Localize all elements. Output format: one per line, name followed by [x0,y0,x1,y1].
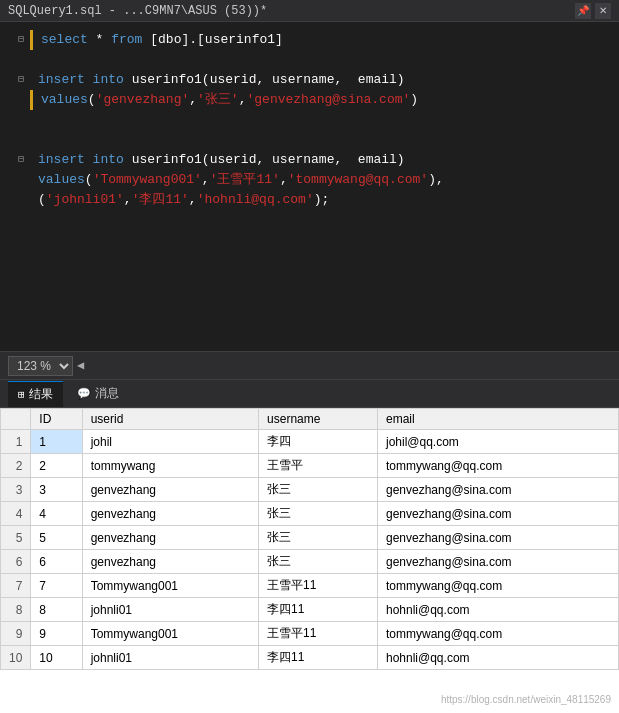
table-row[interactable]: 88johnli01李四11hohnli@qq.com [1,598,619,622]
table-cell: johnli01 [82,598,258,622]
collapse-btn-1[interactable]: ⊟ [14,30,24,50]
table-row[interactable]: 33genvezhang张三genvezhang@sina.com [1,478,619,502]
table-cell: 4 [31,502,82,526]
code-editor: ⊟ select * from [dbo].[userinfo1] ⊟ inse… [0,22,619,352]
table-cell: genvezhang@sina.com [377,478,618,502]
table-row[interactable]: 11johil李四johil@qq.com [1,430,619,454]
code-content-7[interactable]: insert into userinfo1(userid, username, … [30,150,619,170]
row-number: 8 [1,598,31,622]
code-line-4: values('genvezhang','张三','genvezhang@sin… [0,90,619,110]
code-content-2 [30,50,619,70]
col-header-username: username [259,409,378,430]
title-bar: SQLQuery1.sql - ...C9MN7\ASUS (53))* 📌 ✕ [0,0,619,22]
messages-icon: 💬 [77,387,91,400]
table-cell: genvezhang [82,550,258,574]
table-cell: 王雪平11 [259,622,378,646]
table-cell: Tommywang001 [82,574,258,598]
title-bar-text: SQLQuery1.sql - ...C9MN7\ASUS (53))* [8,4,575,18]
col-header-rownum [1,409,31,430]
table-cell: 张三 [259,478,378,502]
zoom-bar: 123 % 100 % 75 % ◀ [0,352,619,380]
table-cell: tommywang@qq.com [377,622,618,646]
table-cell: 2 [31,454,82,478]
row-number: 5 [1,526,31,550]
table-row[interactable]: 99Tommywang001王雪平11tommywang@qq.com [1,622,619,646]
code-line-2 [0,50,619,70]
col-header-email: email [377,409,618,430]
collapse-btn-3[interactable]: ⊟ [14,70,24,90]
code-line-1: ⊟ select * from [dbo].[userinfo1] [0,30,619,50]
table-cell: 7 [31,574,82,598]
table-header-row: ID userid username email [1,409,619,430]
row-number: 9 [1,622,31,646]
code-content-4[interactable]: values('genvezhang','张三','genvezhang@sin… [33,90,619,110]
table-cell: hohnli@qq.com [377,646,618,670]
tab-messages[interactable]: 💬 消息 [67,381,129,406]
code-content-1[interactable]: select * from [dbo].[userinfo1] [33,30,619,50]
table-row[interactable]: 77Tommywang001王雪平11tommywang@qq.com [1,574,619,598]
table-cell: 王雪平11 [259,574,378,598]
table-row[interactable]: 66genvezhang张三genvezhang@sina.com [1,550,619,574]
table-cell: Tommywang001 [82,622,258,646]
code-content-5 [30,110,619,130]
row-number: 7 [1,574,31,598]
table-cell: tommywang@qq.com [377,574,618,598]
table-row[interactable]: 55genvezhang张三genvezhang@sina.com [1,526,619,550]
tab-results[interactable]: ⊞ 结果 [8,381,63,407]
table-cell: genvezhang [82,502,258,526]
pin-button[interactable]: 📌 [575,3,591,19]
code-line-8: values('Tommywang001','王雪平11','tommywang… [0,170,619,190]
table-cell: 张三 [259,550,378,574]
collapse-btn-7[interactable]: ⊟ [14,150,24,170]
row-number: 10 [1,646,31,670]
code-line-3: ⊟ insert into userinfo1(userid, username… [0,70,619,90]
table-cell: 王雪平 [259,454,378,478]
code-content-8[interactable]: values('Tommywang001','王雪平11','tommywang… [30,170,619,190]
table-cell: 李四11 [259,598,378,622]
table-cell: 李四 [259,430,378,454]
scroll-left-arrow[interactable]: ◀ [77,358,84,373]
code-line-6 [0,130,619,150]
row-number: 1 [1,430,31,454]
table-cell: 9 [31,622,82,646]
table-cell: 6 [31,550,82,574]
line-gutter-3: ⊟ [0,70,30,90]
table-cell: hohnli@qq.com [377,598,618,622]
zoom-select[interactable]: 123 % 100 % 75 % [8,356,73,376]
table-row[interactable]: 1010johnli01李四11hohnli@qq.com [1,646,619,670]
table-cell: johil [82,430,258,454]
code-line-9: ('johnli01','李四11','hohnli@qq.com'); [0,190,619,210]
code-content-9[interactable]: ('johnli01','李四11','hohnli@qq.com'); [30,190,619,210]
col-header-userid: userid [82,409,258,430]
table-cell: johnli01 [82,646,258,670]
table-cell: genvezhang@sina.com [377,526,618,550]
table-cell: 张三 [259,526,378,550]
table-cell: tommywang@qq.com [377,454,618,478]
tabs-bar: ⊞ 结果 💬 消息 [0,380,619,408]
line-gutter-7: ⊟ [0,150,30,170]
table-row[interactable]: 44genvezhang张三genvezhang@sina.com [1,502,619,526]
tab-messages-label: 消息 [95,385,119,402]
table-cell: 张三 [259,502,378,526]
row-number: 2 [1,454,31,478]
row-number: 6 [1,550,31,574]
code-line-7: ⊟ insert into userinfo1(userid, username… [0,150,619,170]
watermark: https://blog.csdn.net/weixin_48115269 [441,694,611,705]
tab-results-label: 结果 [29,386,53,403]
close-button[interactable]: ✕ [595,3,611,19]
col-header-id: ID [31,409,82,430]
table-cell: genvezhang@sina.com [377,502,618,526]
table-cell: 5 [31,526,82,550]
code-content-6 [30,130,619,150]
table-cell: 10 [31,646,82,670]
table-cell: genvezhang [82,526,258,550]
table-cell: 3 [31,478,82,502]
row-number: 4 [1,502,31,526]
code-content-3[interactable]: insert into userinfo1(userid, username, … [30,70,619,90]
table-row[interactable]: 22tommywang王雪平tommywang@qq.com [1,454,619,478]
results-table-container: ID userid username email 11johil李四johil@… [0,408,619,713]
code-line-5 [0,110,619,130]
results-icon: ⊞ [18,388,25,401]
table-cell: genvezhang [82,478,258,502]
title-bar-buttons: 📌 ✕ [575,3,611,19]
